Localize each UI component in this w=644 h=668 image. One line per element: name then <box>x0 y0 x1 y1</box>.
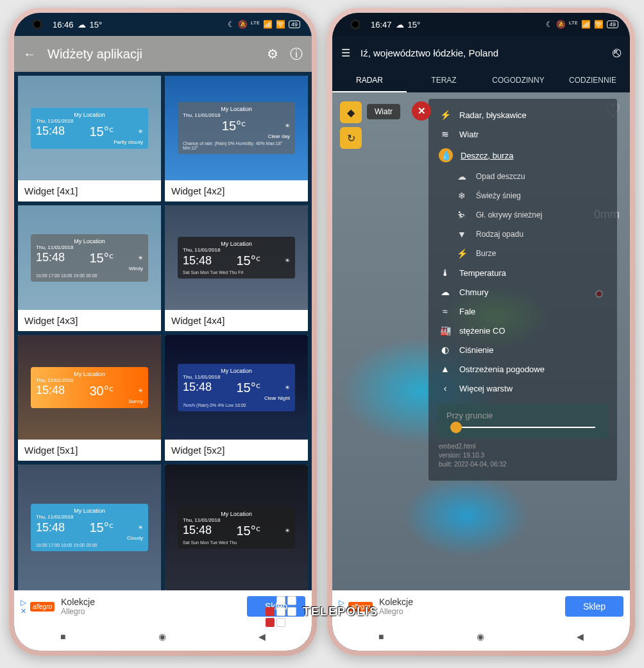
widget-card[interactable]: My LocationThu, 11/01/201815:4815°ᶜ☀Wind… <box>18 205 161 331</box>
layer-item[interactable]: ⚡Burze <box>428 244 617 263</box>
moon-icon: ☾ <box>546 20 553 29</box>
layer-item[interactable]: 🏭stężenie CO <box>428 321 617 340</box>
nav-recent-icon[interactable]: ■ <box>378 631 384 642</box>
layer-label: Rodzaj opadu <box>476 230 523 239</box>
layer-item[interactable]: ⛷Gł. okrywy śnieżnej <box>428 205 617 225</box>
app-bar: ← Widżety aplikacji ⚙ ⓘ <box>14 36 312 72</box>
back-icon[interactable]: ← <box>23 47 36 62</box>
gear-icon[interactable]: ⚙ <box>267 46 278 62</box>
layer-item[interactable]: ☁Opad deszczu <box>428 167 617 186</box>
slider-knob[interactable] <box>450 422 462 433</box>
layer-label: Wiatr <box>459 130 479 139</box>
layer-icon: 🌡 <box>439 268 452 278</box>
location-pin-icon[interactable]: ⎋ <box>613 44 621 61</box>
info-icon[interactable]: ⓘ <box>290 46 303 63</box>
status-time: 16:47 <box>371 20 392 30</box>
status-bar: 16:47 ☁ 15° ☾ 🔕 ᴸᵀᴱ 📶 🛜 49 <box>332 13 630 36</box>
altitude-slider-box: Przy gruncie <box>437 404 608 438</box>
ad-subtitle: Allegro <box>61 607 241 616</box>
nav-back-icon[interactable]: ◀ <box>258 631 266 642</box>
refresh-button[interactable]: ↻ <box>340 127 362 149</box>
wifi-icon: 🛜 <box>594 20 604 29</box>
layer-icon: ≋ <box>439 129 452 139</box>
layer-label: stężenie CO <box>459 326 505 336</box>
layer-icon: ≈ <box>439 306 452 316</box>
widget-label: Widget [4x1] <box>18 180 161 201</box>
widget-card[interactable]: My LocationThu, 11/01/201815:4815°ᶜ☀Clou… <box>18 465 161 590</box>
layer-panel: ✕ ⚡Radar, błyskawice≋Wiatr💧Deszcz, burza… <box>428 99 617 481</box>
layer-label: Deszcz, burza <box>461 151 513 160</box>
layer-item[interactable]: ◐Ciśnienie <box>428 340 617 359</box>
layer-item[interactable]: ▼Rodzaj opadu <box>428 225 617 244</box>
layer-icon: ⚡ <box>455 248 468 259</box>
layer-item[interactable]: ≈Fale <box>428 302 617 321</box>
layer-item[interactable]: 🌡Temperatura <box>428 263 617 282</box>
signal-icon: 📶 <box>263 20 273 29</box>
ad-cta-button[interactable]: Sklep <box>565 596 623 617</box>
layer-label: Radar, błyskawice <box>459 110 527 120</box>
watermark-text: TELEPOLIS <box>303 605 378 619</box>
status-temp: 15° <box>408 20 421 30</box>
layer-item[interactable]: ☁Chmury <box>428 282 617 302</box>
layer-item[interactable]: ≋Wiatr <box>428 124 617 144</box>
signal-icon: 📶 <box>581 20 591 29</box>
layer-icon: ▼ <box>455 229 468 239</box>
layer-item[interactable]: ❄Świeży śnieg <box>428 186 617 205</box>
layer-label: Gł. okrywy śnieżnej <box>476 210 542 219</box>
layer-icon: ☁ <box>455 171 468 182</box>
layer-icon: ⚡ <box>439 110 452 120</box>
cloud-icon: ☁ <box>396 20 404 30</box>
menu-icon[interactable]: ☰ <box>341 47 350 59</box>
close-panel-button[interactable]: ✕ <box>412 101 431 121</box>
nav-recent-icon[interactable]: ■ <box>60 631 65 642</box>
radar-map[interactable]: ◆ ↻ Wiatr ♡ 0mm ✕ ⚡Radar, błyskawice≋Wia… <box>332 92 630 590</box>
layer-label: Opad deszczu <box>476 172 525 181</box>
layers-button[interactable]: ◆ <box>340 101 362 123</box>
layer-icon: ▲ <box>439 364 452 374</box>
layer-label: Świeży śnieg <box>476 191 521 200</box>
camera-hole <box>32 19 42 30</box>
widget-card[interactable]: My LocationThu, 11/01/201815°ᶜ☀Clear day… <box>165 76 308 201</box>
status-temp: 15° <box>90 20 103 30</box>
layer-icon: 🏭 <box>439 325 452 336</box>
status-time: 16:46 <box>53 20 74 30</box>
tab-cogodzinny[interactable]: COGODZINNY <box>481 69 555 92</box>
layer-chip[interactable]: Wiatr <box>367 104 400 119</box>
tab-codziennie[interactable]: CODZIENNIE <box>555 69 630 92</box>
layer-label: Ciśnienie <box>459 345 493 355</box>
layer-icon: ☁ <box>439 287 452 297</box>
nav-home-icon[interactable]: ◉ <box>477 631 484 642</box>
lte-icon: ᴸᵀᴱ <box>251 20 260 29</box>
tab-teraz[interactable]: TERAZ <box>407 69 481 92</box>
moon-icon: ☾ <box>228 20 235 29</box>
camera-hole <box>350 19 360 30</box>
widget-card[interactable]: My LocationThu, 11/01/201815:4815°ᶜ☀Clea… <box>165 335 308 461</box>
widget-grid[interactable]: My LocationThu, 11/01/201815:4815°ᶜ☀Part… <box>14 72 312 590</box>
ad-close-icon[interactable]: ✕ <box>21 607 26 615</box>
layer-item[interactable]: 💧Deszcz, burza <box>428 144 617 167</box>
layer-icon: ❄ <box>455 191 468 201</box>
tab-radar[interactable]: RADAR <box>332 69 407 92</box>
layer-item[interactable]: ‹Więcej warstw <box>428 379 617 398</box>
mute-icon: 🔕 <box>556 20 566 29</box>
nav-back-icon[interactable]: ◀ <box>577 631 584 642</box>
layer-item[interactable]: ⚡Radar, błyskawice <box>428 105 617 124</box>
widget-card[interactable]: My LocationThu, 11/01/201815:4815°ᶜ☀Sat … <box>165 205 308 331</box>
status-bar: 16:46 ☁ 15° ☾ 🔕 ᴸᵀᴱ 📶 🛜 49 <box>14 13 312 36</box>
location-name[interactable]: Iź, województwo łódzkie, Poland <box>360 47 602 58</box>
layer-label: Temperatura <box>459 268 506 278</box>
widget-card[interactable]: My LocationThu, 11/01/201815:4815°ᶜ☀Sat … <box>165 465 308 590</box>
mute-icon: 🔕 <box>238 20 248 29</box>
phone-mockup-right: 16:47 ☁ 15° ☾ 🔕 ᴸᵀᴱ 📶 🛜 49 ☰ Iź, wojewód… <box>327 8 635 656</box>
ad-brand-logo: allegro <box>30 602 55 612</box>
ad-title: Kolekcje <box>61 597 241 607</box>
wifi-icon: 🛜 <box>276 20 285 29</box>
layer-label: Ostrzeżenia pogodowe <box>459 364 545 374</box>
widget-card[interactable]: My LocationThu, 11/01/201815:4830°ᶜ☀Sunn… <box>18 335 161 461</box>
widget-card[interactable]: My LocationThu, 11/01/201815:4815°ᶜ☀Part… <box>18 76 161 201</box>
nav-home-icon[interactable]: ◉ <box>158 631 166 642</box>
layer-label: Więcej warstw <box>459 384 513 393</box>
altitude-slider[interactable] <box>450 427 595 428</box>
layer-item[interactable]: ▲Ostrzeżenia pogodowe <box>428 359 617 379</box>
app-bar-title: Widżety aplikacji <box>47 47 255 62</box>
